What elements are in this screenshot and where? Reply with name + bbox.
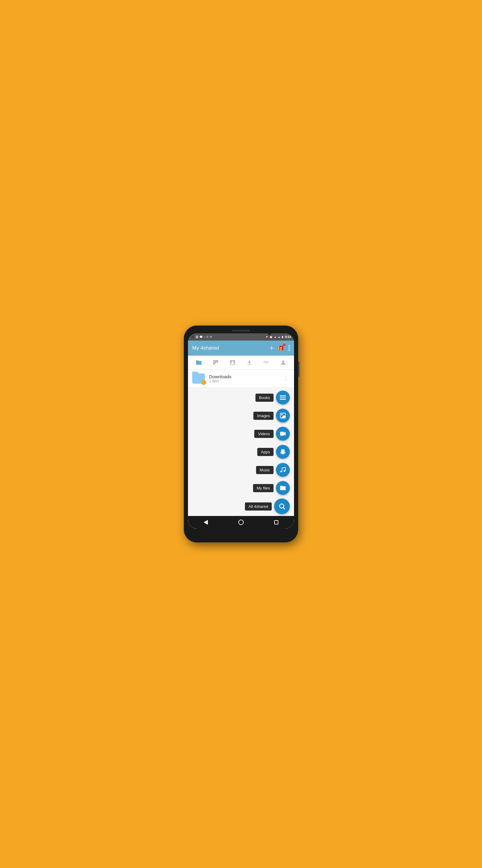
svg-rect-19 xyxy=(285,452,286,454)
folder-download-badge: ↓ xyxy=(201,380,206,385)
fab-books-button[interactable] xyxy=(276,391,290,404)
downloads-info: Downloads 1 item xyxy=(209,374,282,383)
fab-videos-label: Videos xyxy=(254,430,274,438)
add-button[interactable]: + xyxy=(269,344,274,352)
alarm-icon: ⏰ xyxy=(269,336,272,338)
fab-apps[interactable]: Apps xyxy=(257,445,290,459)
downloads-item-count: 1 item xyxy=(209,379,282,383)
fab-myfiles-label: My files xyxy=(253,484,274,492)
svg-line-23 xyxy=(284,508,285,509)
fab-videos[interactable]: Videos xyxy=(254,427,290,441)
fab-images-button[interactable] xyxy=(276,409,290,423)
svg-point-5 xyxy=(282,361,284,363)
svg-point-20 xyxy=(281,471,282,472)
downloads-row[interactable]: ↓ Downloads 1 item ⋮ xyxy=(188,370,294,388)
tab-downloads[interactable] xyxy=(242,358,257,368)
status-bar: ⬛ 🖼 💬 ♪ S ✉ ✦ ⏰ ▲ ▲ ▮ 9:54 xyxy=(188,333,294,341)
signal-icon: ▲ xyxy=(278,336,281,338)
svg-rect-16 xyxy=(282,454,282,455)
status-icon-whatsapp: 💬 xyxy=(199,336,203,338)
dot1 xyxy=(289,345,290,347)
fab-myfiles-button[interactable] xyxy=(276,481,290,495)
android-icon xyxy=(280,448,286,455)
svg-rect-8 xyxy=(280,432,284,436)
status-icon-image: 🖼 xyxy=(195,336,198,338)
fab-main-label: All 4shared xyxy=(245,502,272,510)
nav-bar xyxy=(188,516,294,529)
time-display: 9:54 xyxy=(285,336,291,339)
battery-icon: ▮ xyxy=(282,336,283,338)
folder-icon xyxy=(280,485,286,491)
svg-line-13 xyxy=(281,449,282,450)
list-icon xyxy=(280,396,286,400)
recent-square-icon xyxy=(274,520,278,524)
more-menu-button[interactable] xyxy=(289,345,290,351)
status-right-icons: ✦ ⏰ ▲ ▲ ▮ 9:54 xyxy=(266,336,291,339)
svg-line-14 xyxy=(284,449,284,450)
gift-button[interactable]: 🎁 xyxy=(278,345,284,351)
downloads-folder-name: Downloads xyxy=(209,374,282,379)
fab-images-label: Images xyxy=(253,412,274,420)
fab-speed-dial: Books Images xyxy=(188,370,294,516)
svg-rect-18 xyxy=(281,452,281,454)
search-icon xyxy=(278,503,286,510)
status-icon-mail: ✉ xyxy=(210,336,212,338)
phone-camera xyxy=(268,332,271,335)
status-icon-app: ⬛ xyxy=(191,336,194,338)
phone-screen: ⬛ 🖼 💬 ♪ S ✉ ✦ ⏰ ▲ ▲ ▮ 9:54 My 4shared + xyxy=(188,333,294,529)
nav-home-button[interactable] xyxy=(235,517,247,528)
svg-rect-17 xyxy=(283,454,284,455)
status-icon-music: ♪ xyxy=(204,336,205,338)
fab-main-button[interactable] xyxy=(274,498,290,514)
main-content: ↓ Downloads 1 item ⋮ Books xyxy=(188,370,294,516)
h-line2 xyxy=(280,397,286,398)
tab-folders[interactable] xyxy=(191,358,207,368)
fab-books[interactable]: Books xyxy=(255,391,290,404)
fab-music[interactable]: Music xyxy=(256,463,290,477)
bluetooth-icon: ✦ xyxy=(266,336,268,338)
tab-bar xyxy=(188,355,294,370)
fab-music-label: Music xyxy=(256,466,274,474)
phone-speaker xyxy=(232,330,250,332)
back-triangle-icon xyxy=(204,520,208,525)
volume-button[interactable] xyxy=(298,362,299,377)
fab-images[interactable]: Images xyxy=(253,409,290,423)
tab-profile[interactable] xyxy=(275,358,291,368)
svg-point-3 xyxy=(232,361,233,363)
h-line1 xyxy=(280,396,286,396)
svg-point-1 xyxy=(214,361,215,362)
top-bar: My 4shared + 🎁 xyxy=(188,341,294,355)
fab-apps-label: Apps xyxy=(257,448,274,456)
svg-point-21 xyxy=(284,470,286,472)
nav-back-button[interactable] xyxy=(200,517,211,528)
video-icon xyxy=(280,430,286,437)
fab-myfiles[interactable]: My files xyxy=(253,481,290,495)
wifi-icon: ▲ xyxy=(274,336,277,338)
dot3 xyxy=(289,350,290,351)
fab-music-button[interactable] xyxy=(276,463,290,477)
folder-icon-wrap: ↓ xyxy=(192,373,205,384)
fab-books-label: Books xyxy=(255,394,274,402)
tab-activity[interactable] xyxy=(258,358,274,368)
top-bar-actions: + 🎁 xyxy=(269,344,290,352)
nav-recent-button[interactable] xyxy=(271,517,282,528)
phone-device: ⬛ 🖼 💬 ♪ S ✉ ✦ ⏰ ▲ ▲ ▮ 9:54 My 4shared + xyxy=(184,326,298,542)
svg-point-11 xyxy=(282,451,282,451)
tab-contacts[interactable] xyxy=(225,358,240,368)
svg-point-12 xyxy=(283,451,284,451)
fab-main[interactable]: All 4shared xyxy=(245,498,290,514)
status-left-icons: ⬛ 🖼 💬 ♪ S ✉ xyxy=(191,336,212,338)
svg-rect-4 xyxy=(247,364,252,365)
tab-images[interactable] xyxy=(208,358,224,368)
fab-videos-button[interactable] xyxy=(276,427,290,441)
gift-notification-badge xyxy=(283,344,286,346)
svg-rect-7 xyxy=(281,413,286,418)
app-title: My 4shared xyxy=(192,345,269,351)
dot2 xyxy=(289,347,290,349)
h-line3 xyxy=(280,399,286,400)
home-circle-icon xyxy=(238,520,244,525)
fab-apps-button[interactable] xyxy=(276,445,290,459)
music-icon xyxy=(280,467,286,473)
downloads-more-button[interactable]: ⋮ xyxy=(282,375,290,382)
status-icon-s: S xyxy=(207,336,208,338)
